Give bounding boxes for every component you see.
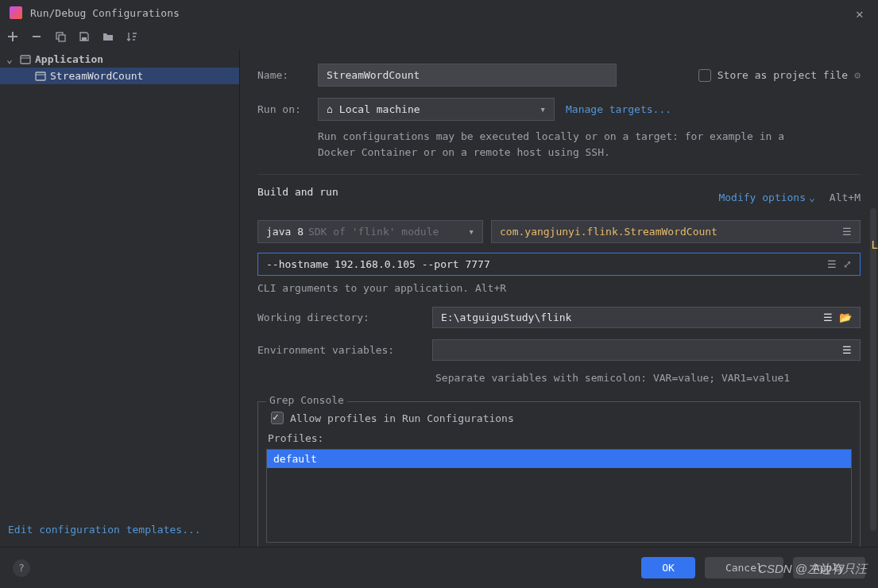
- side-marker: L: [872, 238, 878, 251]
- run-config-icon: [35, 71, 46, 82]
- store-as-project-checkbox[interactable]: [698, 69, 711, 82]
- sdk-dropdown[interactable]: java 8 SDK of 'flink' module ▾: [257, 220, 483, 243]
- save-icon[interactable]: [78, 30, 91, 43]
- sort-icon[interactable]: [126, 30, 138, 43]
- allow-profiles-label: Allow profiles in Run Configurations: [290, 412, 514, 424]
- args-hint: CLI arguments to your application. Alt+R: [257, 282, 861, 294]
- folder-open-icon[interactable]: 📂: [839, 311, 852, 323]
- env-vars-input[interactable]: ☰: [432, 339, 861, 361]
- store-label: Store as project file: [717, 69, 848, 81]
- manage-targets-link[interactable]: Manage targets...: [566, 103, 671, 115]
- help-icon[interactable]: ?: [13, 559, 30, 577]
- tree-item-streamwordcount[interactable]: StreamWordCount: [0, 68, 239, 84]
- working-dir-label: Working directory:: [257, 311, 416, 323]
- runon-dropdown[interactable]: ⌂ Local machine ▾: [318, 98, 555, 121]
- scrollbar[interactable]: [870, 208, 876, 531]
- add-icon[interactable]: [6, 30, 19, 43]
- edit-templates-link[interactable]: Edit configuration templates...: [0, 516, 239, 547]
- list-icon[interactable]: ☰: [842, 226, 852, 238]
- home-icon: ⌂: [327, 103, 333, 115]
- working-dir-value: E:\atguiguStudy\flink: [441, 311, 823, 323]
- allow-profiles-checkbox[interactable]: [271, 412, 284, 424]
- runon-label: Run on:: [257, 103, 307, 115]
- main-class-value: com.yangjunyi.flink.StreamWordCount: [500, 226, 717, 238]
- sdk-java-label: java 8: [266, 226, 304, 238]
- sdk-module-label: SDK of 'flink' module: [308, 226, 439, 238]
- main-class-input[interactable]: com.yangjunyi.flink.StreamWordCount ☰: [491, 220, 861, 243]
- cancel-button[interactable]: Cancel: [705, 557, 783, 578]
- env-vars-label: Environment variables:: [257, 344, 416, 356]
- expand-icon[interactable]: ⤢: [843, 258, 852, 270]
- tree-item-label: StreamWordCount: [50, 70, 143, 82]
- config-form: Name: Store as project file ⚙ Run on: ⌂ …: [240, 49, 878, 547]
- name-label: Name:: [257, 69, 307, 81]
- svg-rect-3: [21, 56, 30, 64]
- config-toolbar: [0, 25, 878, 49]
- list-icon[interactable]: ☰: [823, 311, 833, 323]
- close-icon[interactable]: ✕: [856, 6, 868, 19]
- divider: [257, 174, 861, 175]
- program-args-input[interactable]: --hostname 192.168.0.105 --port 7777 ☰ ⤢: [257, 253, 861, 276]
- profiles-label: Profiles:: [268, 432, 852, 444]
- gear-icon[interactable]: ⚙: [854, 69, 861, 81]
- build-run-title: Build and run: [257, 186, 338, 198]
- chevron-down-icon: ▾: [540, 103, 546, 115]
- svg-rect-2: [82, 37, 87, 41]
- grep-legend: Grep Console: [266, 394, 347, 406]
- tree-root-label: Application: [35, 53, 103, 65]
- list-icon[interactable]: ☰: [827, 258, 837, 270]
- folder-icon[interactable]: [102, 30, 114, 43]
- program-args-value: --hostname 192.168.0.105 --port 7777: [266, 258, 490, 270]
- apply-button[interactable]: Apply: [793, 557, 865, 578]
- chevron-down-icon: ▾: [468, 226, 474, 238]
- svg-rect-4: [36, 72, 45, 80]
- profiles-list[interactable]: default: [266, 449, 852, 543]
- config-tree-panel: ⌄ Application StreamWordCount Edit confi…: [0, 49, 240, 547]
- working-dir-input[interactable]: E:\atguiguStudy\flink ☰ 📂: [432, 307, 861, 328]
- modify-shortcut: Alt+M: [830, 191, 861, 203]
- app-logo-icon: [10, 6, 22, 19]
- svg-rect-1: [59, 35, 65, 41]
- grep-console-fieldset: Grep Console Allow profiles in Run Confi…: [257, 401, 861, 547]
- chevron-down-icon: ⌄: [6, 53, 16, 65]
- name-input[interactable]: [318, 64, 617, 87]
- copy-icon[interactable]: [54, 30, 67, 43]
- list-icon[interactable]: ☰: [842, 344, 852, 356]
- modify-options-link[interactable]: Modify options ⌄: [718, 191, 814, 203]
- window-title: Run/Debug Configurations: [30, 7, 856, 19]
- tree-root-application[interactable]: ⌄ Application: [0, 51, 239, 68]
- runon-hint: Run configurations may be executed local…: [318, 129, 826, 160]
- env-hint: Separate variables with semicolon: VAR=v…: [435, 372, 861, 384]
- application-type-icon: [20, 54, 31, 65]
- chevron-down-icon: ⌄: [809, 191, 815, 203]
- remove-icon[interactable]: [30, 30, 43, 43]
- profile-item[interactable]: default: [267, 450, 851, 468]
- ok-button[interactable]: OK: [641, 557, 695, 578]
- runon-value: Local machine: [339, 103, 420, 115]
